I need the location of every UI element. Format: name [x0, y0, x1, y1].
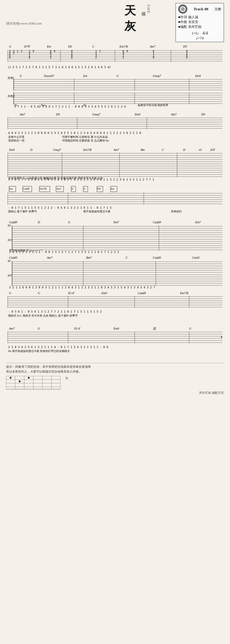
arranger-value: 风华艺校 [188, 25, 202, 29]
tempo: ♩=74 [178, 36, 221, 41]
svg-text:G: G [9, 45, 11, 48]
svg-text:C: C [126, 256, 128, 259]
header-left: 绿分吉他:www.yE66.com [6, 3, 82, 26]
svg-text:D: D [71, 188, 73, 190]
svg-text:Bm: Bm [141, 148, 145, 151]
score-section-4: Em9 D Cmaj7 Em7/B Am7 Bm C D ♭G D/F [6, 147, 224, 185]
svg-text:Gmaj7: Gmaj7 [153, 74, 161, 78]
svg-text:C: C [162, 148, 164, 151]
svg-text:Em7/B: Em7/B [83, 148, 91, 151]
footer-with: 与 [65, 377, 68, 380]
svg-text:C: C [92, 45, 94, 48]
footer-note-text2: 所以未将其列入，大家可以根据示范吉他将其加入伴奏。 [6, 369, 224, 374]
score-section-9: Am7 G D/♭F Em9 流 G Fine 2 1 0 3 4 2 [6, 326, 224, 360]
svg-text:(1 3 5 1  7 2 5 7  6 1 3 1  5 : (1 3 5 1 7 2 5 7 6 1 3 1 5 7 3 2 4 1 4 6… [8, 66, 111, 69]
svg-text:吉他I: 吉他I [8, 76, 14, 79]
main-page: 绿分吉他:www.yE66.com 天 灰 SHE 演唱 [0, 0, 230, 400]
lyricist-row: ■作词 施人诚 [178, 15, 221, 19]
svg-text:我的心 是个落叶 的季节: 我的心 是个落叶 的季节 [8, 210, 37, 213]
arranger-row: ■编配 风华艺校 [178, 25, 221, 29]
svg-text:0: 0 [29, 56, 30, 59]
score-section-5: Em Cadd9 Em7/B Am7 D G D/F Em [6, 186, 224, 219]
arranger-label: ■编配 [178, 25, 187, 29]
svg-text:0: 0 [126, 50, 128, 53]
svg-text:D/F: D/F [210, 148, 215, 151]
svg-text:Gmaj7: Gmaj7 [92, 113, 101, 116]
svg-text:吉I: 吉I [8, 224, 11, 227]
footer-note: 提示：间奏用了四把吉他，其中有两把吉他基本是简单反复地弹 所以未将其列入，大家可… [6, 363, 224, 390]
svg-text:D6: D6 [68, 45, 72, 48]
svg-text:Cadd9: Cadd9 [138, 291, 146, 295]
score-area: G D⁴/F Em D6 C Em7/B Am7 D9 3 3 2 2 [6, 44, 224, 395]
svg-text:Cadd9: Cadd9 [153, 256, 161, 259]
svg-text:G: G [9, 291, 11, 295]
svg-text:Em7/B: Em7/B [119, 45, 128, 48]
svg-text:2: 2 [13, 52, 15, 55]
song-title-line2: 灰 [124, 18, 138, 34]
svg-text:Em7: Em7 [113, 221, 119, 224]
svg-text:宽容快乐一些: 宽容快乐一些 [8, 139, 25, 142]
svg-text:D: D [38, 221, 40, 224]
footer-brand: 风华艺校 编配示范 [6, 391, 224, 395]
svg-text:Em9: Em9 [195, 74, 201, 78]
svg-text:Em: Em [9, 188, 13, 190]
svg-point-2 [182, 8, 183, 9]
svg-text:0: 0 [9, 56, 11, 59]
website-label: 绿分吉他:www.yE66.com [6, 21, 82, 26]
score-section-3: Am7 D9 Gmaj7 Em9 Am7 D9 4 0 4 3 3 1 2 2 … [6, 112, 224, 146]
svg-text:D: D [30, 148, 33, 151]
svg-text:念念变成怀 念 心动变成心碎  偏偏还会美 切 你最后越干推: 念念变成怀 念 心动变成心碎 偏偏还会美 切 你最后越干推 我的天空今天有 点灰 [8, 177, 103, 180]
svg-text:D⁴/F: D⁴/F [24, 45, 31, 48]
svg-text:G: G [68, 221, 70, 224]
svg-text:♭G: ♭G [198, 148, 202, 151]
svg-text:Dsus4/F: Dsus4/F [44, 74, 54, 78]
track-number: Track 08 [193, 7, 208, 12]
svg-text:D/F: D/F [97, 188, 101, 190]
svg-text:4 0 4 3 3 1 2 2  2 0 0 0  0 3 : 4 0 4 3 3 1 2 2 2 0 0 0 0 3 3 3 4 5 5 1 … [8, 131, 141, 134]
header-right: Track 08 完整 ■作词 施人诚 ■作曲 东安安 ■编配 风华艺校 [176, 3, 224, 42]
track-info-box: Track 08 完整 ■作词 施人诚 ■作曲 东安安 ■编配 风华艺校 [176, 3, 224, 42]
svg-text:1: 1 [99, 50, 101, 53]
svg-point-283 [10, 377, 12, 379]
svg-point-284 [19, 380, 21, 382]
section8-svg: G G D/♭F Em9 Cadd9 Em7/B - 0 5 6 1 - 0 5… [8, 290, 222, 324]
svg-text:D9: D9 [56, 113, 60, 116]
svg-text:可惜残忍时间 总要把诺 言 点点擦掉 Hn: 可惜残忍时间 总要把诺 言 点点擦掉 Hn [62, 139, 109, 142]
svg-text:D9: D9 [183, 45, 187, 48]
svg-text:Cmaj7: Cmaj7 [53, 148, 61, 151]
svg-text:2: 2 [17, 50, 18, 53]
score-section-1: G D⁴/F Em D6 C Em7/B Am7 D9 3 3 2 2 [6, 44, 224, 72]
svg-text:我的天 D.S.  我的天 空今天有 点灰  我的心 是个落: 我的天 D.S. 我的天 空今天有 点灰 我的心 是个落叶 的季节 [8, 314, 78, 317]
svg-text:2 1 0 3 4  2 5 6 1  3 3 2 1 1 : 2 1 0 3 4 2 5 6 1 3 3 2 1 1 4 - 0 1 7 1 … [8, 346, 108, 349]
composer-value: 东安安 [188, 20, 198, 24]
svg-text:G: G [84, 188, 85, 190]
svg-text:G: G [20, 74, 22, 78]
key-signature: 1=G 4/4 [178, 31, 221, 36]
title-area: 天 灰 SHE 演唱 [82, 3, 176, 34]
svg-text:Cadd9: Cadd9 [153, 221, 161, 224]
song-title-line1: 天 [124, 3, 138, 18]
svg-text:如果你不听出现  我的世界: 如果你不听出现 我的世界 [138, 104, 168, 107]
section2-svg: 吉他I G Dsus4/F Em G Gmaj7 Em9 吉他II [8, 73, 222, 110]
svg-text:Am7: Am7 [171, 113, 177, 116]
svg-text:Am7: Am7 [9, 327, 15, 330]
svg-text:Em: Em [83, 74, 87, 78]
svg-text:He 我不知道如何度过今夜  所有的灯早已经全都熄灭: He 我不知道如何度过今夜 所有的灯早已经全都熄灭 [8, 350, 70, 353]
svg-text:0: 0 [186, 56, 188, 59]
subtitle-perform: 演唱 [141, 8, 146, 10]
svg-text:0: 0 [71, 56, 73, 59]
svg-text:D: D [183, 148, 186, 151]
composer-label: ■作曲 [178, 20, 187, 24]
subtitle: SHE 演唱 [141, 5, 151, 14]
svg-text:2: 2 [95, 56, 97, 59]
svg-text:Am7: Am7 [113, 148, 119, 151]
cd-icon [178, 5, 187, 14]
footer-note-text1: 提示：间奏用了四把吉他，其中有两把吉他基本是简单反复地弹 [6, 364, 224, 369]
svg-text:Fine: Fine [221, 336, 222, 339]
svg-text:流: 流 [153, 327, 156, 330]
svg-text:Em7: Em7 [195, 221, 201, 224]
svg-text:Em: Em [111, 188, 114, 190]
svg-text:G: G [189, 327, 191, 330]
svg-text:Cadd9: Cadd9 [9, 221, 17, 224]
svg-text:Cadd9: Cadd9 [9, 256, 17, 259]
